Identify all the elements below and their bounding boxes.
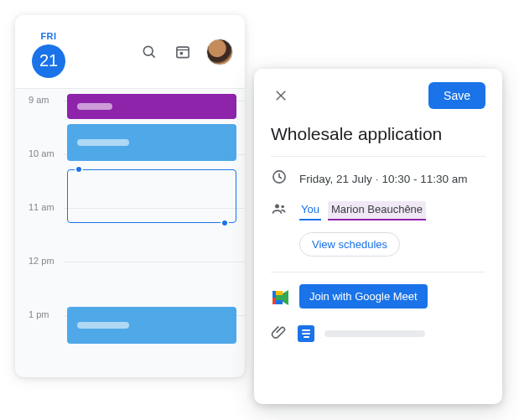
guest-chip-you[interactable]: You — [299, 201, 321, 220]
event-block-purple[interactable] — [67, 94, 236, 119]
meet-row: Join with Google Meet — [271, 284, 485, 309]
google-meet-icon — [271, 289, 289, 304]
time-label: 10 am — [29, 148, 54, 158]
attachment-row[interactable] — [271, 324, 485, 344]
guests-row[interactable]: You Marion Beauchêne — [271, 200, 485, 220]
resize-handle-bottom[interactable] — [221, 219, 229, 227]
divider — [271, 156, 485, 157]
search-icon[interactable] — [139, 42, 159, 62]
guest-chips: You Marion Beauchêne — [299, 201, 426, 220]
svg-rect-4 — [180, 52, 183, 54]
close-icon[interactable] — [271, 86, 291, 106]
svg-point-0 — [143, 46, 153, 55]
join-meet-button[interactable]: Join with Google Meet — [299, 284, 428, 309]
divider — [271, 272, 485, 272]
view-schedules-row: View schedules — [299, 232, 485, 257]
time-label: 9 am — [29, 95, 49, 105]
avatar[interactable] — [206, 39, 233, 65]
svg-point-8 — [275, 205, 279, 209]
people-icon — [271, 200, 288, 220]
today-calendar-icon[interactable] — [173, 42, 193, 62]
day-of-week-label: FRI — [40, 31, 56, 41]
header-actions — [139, 39, 233, 65]
attachment-name-placeholder — [324, 330, 425, 337]
calendar-day-view: FRI 21 9 am 10 am 11 am 12 — [15, 15, 245, 377]
guest-chip[interactable]: Marion Beauchêne — [328, 201, 426, 220]
clock-icon — [271, 169, 288, 189]
new-event-selection[interactable] — [67, 169, 236, 223]
view-schedules-button[interactable]: View schedules — [299, 232, 400, 257]
day-indicator[interactable]: FRI 21 — [32, 31, 65, 78]
resize-handle-top[interactable] — [75, 165, 83, 174]
svg-line-1 — [152, 54, 155, 57]
time-label: 1 pm — [29, 309, 49, 319]
attachment-icon — [271, 324, 288, 344]
event-block-blue[interactable] — [67, 307, 236, 344]
detail-header: Save — [271, 82, 485, 109]
event-title[interactable]: Wholesale application — [271, 124, 485, 144]
calendar-header: FRI 21 — [15, 15, 245, 89]
day-number: 21 — [32, 44, 65, 78]
time-label: 12 pm — [29, 256, 54, 266]
timeline[interactable]: 9 am 10 am 11 am 12 pm 1 pm — [15, 89, 245, 369]
datetime-row[interactable]: Friday, 21 July·10:30 - 11:30 am — [271, 169, 485, 189]
save-button[interactable]: Save — [428, 82, 485, 109]
event-datetime: Friday, 21 July·10:30 - 11:30 am — [299, 173, 468, 185]
event-block-blue[interactable] — [67, 124, 236, 161]
google-doc-icon[interactable] — [298, 325, 314, 342]
svg-point-9 — [281, 205, 284, 209]
event-detail-panel: Save Wholesale application Friday, 21 Ju… — [254, 69, 502, 404]
time-label: 11 am — [29, 202, 54, 212]
